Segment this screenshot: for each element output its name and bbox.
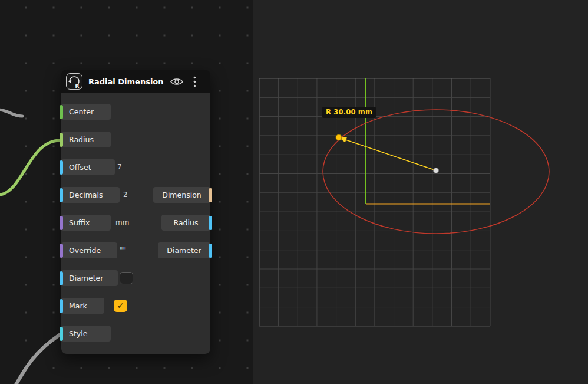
input-port-mark[interactable]	[60, 299, 63, 313]
output-port-dimension[interactable]	[209, 188, 212, 202]
input-label-diameter[interactable]: Diameter	[61, 270, 118, 286]
input-port-radius[interactable]	[60, 133, 63, 147]
input-port-style[interactable]	[60, 327, 63, 341]
output-label-radius[interactable]: Radius	[161, 215, 210, 231]
node-body: Center Radius Offset 7 Decimals 2 Suffix	[61, 93, 210, 354]
radial-dimension-node[interactable]: R Radial Dimension Center	[61, 70, 210, 354]
input-row-radius: Radius	[61, 132, 111, 147]
geometry-viewport[interactable]	[253, 0, 588, 384]
input-label-radius[interactable]: Radius	[61, 132, 111, 147]
input-label-mark[interactable]: Mark	[61, 298, 104, 314]
input-port-decimals[interactable]	[60, 188, 63, 202]
badge-letter: R	[75, 83, 80, 88]
input-label-decimals[interactable]: Decimals	[61, 187, 120, 203]
input-row-suffix: Suffix mm	[61, 215, 111, 231]
input-row-style: Style	[61, 326, 111, 342]
input-value-offset[interactable]: 7	[117, 159, 122, 175]
node-title: Radial Dimension	[88, 77, 164, 86]
output-row-diameter: Diameter	[158, 242, 210, 258]
input-row-decimals: Decimals 2	[61, 187, 120, 203]
mark-checkbox[interactable]: ✓	[114, 300, 127, 312]
checkmark-icon: ✓	[117, 300, 124, 312]
output-row-radius: Radius	[161, 215, 210, 231]
input-port-suffix[interactable]	[60, 216, 63, 230]
input-row-offset: Offset 7	[61, 159, 115, 175]
kebab-menu-icon[interactable]	[193, 76, 196, 87]
diameter-checkbox[interactable]	[120, 272, 133, 284]
app-root: R 30.00 mm R Radial Dimension	[0, 0, 588, 384]
input-row-diameter: Diameter	[61, 270, 118, 286]
node-header[interactable]: R Radial Dimension	[61, 70, 210, 93]
input-value-decimals[interactable]: 2	[123, 187, 128, 203]
input-row-override: Override ""	[61, 242, 117, 258]
input-value-override[interactable]: ""	[120, 242, 126, 258]
radial-dimension-icon: R	[66, 73, 82, 90]
input-label-offset[interactable]: Offset	[61, 159, 115, 175]
input-port-offset[interactable]	[60, 160, 63, 175]
dimension-value-label: R 30.00 mm	[322, 107, 376, 118]
input-port-diameter[interactable]	[60, 271, 63, 285]
input-row-center: Center	[61, 104, 111, 120]
output-label-dimension[interactable]: Dimension	[153, 187, 210, 203]
input-row-mark: Mark ✓	[61, 298, 104, 314]
output-row-dimension: Dimension	[153, 187, 210, 203]
output-port-diameter[interactable]	[209, 244, 212, 258]
input-port-override[interactable]	[60, 244, 63, 258]
input-label-center[interactable]: Center	[61, 104, 111, 120]
visibility-eye-icon[interactable]	[170, 77, 183, 86]
input-value-suffix[interactable]: mm	[115, 215, 129, 231]
input-port-center[interactable]	[60, 105, 63, 119]
input-label-override[interactable]: Override	[61, 242, 117, 258]
output-label-diameter[interactable]: Diameter	[158, 242, 210, 258]
input-label-style[interactable]: Style	[61, 326, 111, 342]
input-label-suffix[interactable]: Suffix	[61, 215, 111, 231]
output-port-radius[interactable]	[209, 216, 212, 230]
